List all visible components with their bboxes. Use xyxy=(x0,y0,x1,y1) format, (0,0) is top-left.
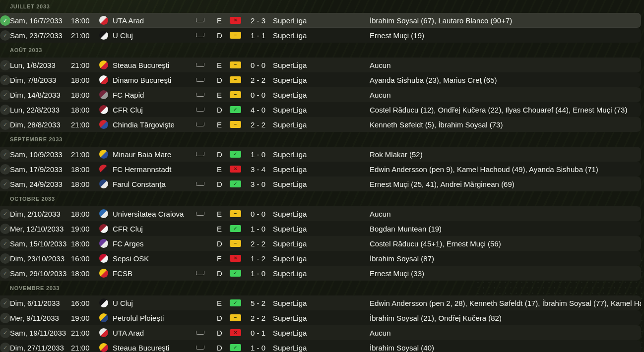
tv-broadcast-icon xyxy=(196,93,204,97)
month-header: NOVEMBRE 2033 xyxy=(0,281,644,295)
match-row[interactable]: ✓Sam, 23/7/203321:00U ClujD−1 - 1SuperLi… xyxy=(0,28,641,43)
played-status: ✓ xyxy=(0,105,10,115)
scorers: İbrahim Soysal (40) xyxy=(370,344,641,352)
competition: SuperLiga xyxy=(273,31,370,40)
scorers: Aucun xyxy=(370,210,641,218)
match-time: 18:00 xyxy=(71,76,99,84)
tv-slot xyxy=(196,331,217,335)
team-name: U Cluj xyxy=(113,299,196,307)
team-badge-slot xyxy=(99,298,113,307)
team-badge-icon xyxy=(99,150,108,159)
result-slot: ✕ xyxy=(230,166,251,173)
match-time: 18:00 xyxy=(71,106,99,114)
match-row[interactable]: ✓Dim, 23/10/203316:00Sepsi OSKE✕1 - 2Sup… xyxy=(0,251,641,266)
match-row[interactable]: ✓Lun, 1/8/203321:00Steaua BucureştiE−0 -… xyxy=(0,58,641,72)
played-status: ✓ xyxy=(0,298,10,308)
match-row[interactable]: ✓Lun, 22/8/203318:00CFR ClujD✓4 - 0Super… xyxy=(0,102,641,117)
match-row[interactable]: ✓Sam, 10/9/203321:00Minaur Baia MareD✓1 … xyxy=(0,147,641,162)
venue-indicator: D xyxy=(217,31,230,40)
result-slot: − xyxy=(230,91,251,98)
result-slot: ✓ xyxy=(230,299,251,306)
result-slot: − xyxy=(230,121,251,128)
played-check-icon: ✓ xyxy=(0,60,10,70)
result-loss-icon: ✕ xyxy=(230,17,241,24)
score: 1 - 0 xyxy=(251,269,273,278)
result-slot: ✕ xyxy=(230,329,251,336)
result-draw-icon: − xyxy=(230,314,241,321)
team-badge-icon xyxy=(99,31,108,40)
venue-indicator: D xyxy=(217,106,230,114)
score: 1 - 0 xyxy=(251,150,273,159)
match-date: Sam, 16/7/2033 xyxy=(10,16,71,25)
played-check-icon: ✓ xyxy=(0,179,10,189)
match-row[interactable]: ✓Mer, 12/10/203319:00CFR ClujE✓1 - 0Supe… xyxy=(0,221,641,236)
competition: SuperLiga xyxy=(273,225,370,233)
venue-indicator: D xyxy=(217,150,230,159)
tv-slot xyxy=(196,122,217,126)
match-row[interactable]: ✓Dim, 28/8/203321:00Chindia TârgovişteE−… xyxy=(0,117,641,132)
played-check-icon: ✓ xyxy=(0,328,10,338)
scorers: Bogdan Muntean (19) xyxy=(370,225,641,233)
scorers: Aucun xyxy=(370,91,641,99)
tv-broadcast-icon xyxy=(196,108,204,112)
match-row[interactable]: ✓Dim, 14/8/203318:00FC RapidE−0 - 0Super… xyxy=(0,87,641,102)
score: 1 - 2 xyxy=(251,254,273,263)
venue-indicator: E xyxy=(217,165,230,174)
competition: SuperLiga xyxy=(273,254,370,263)
match-row[interactable]: ✓Dim, 7/8/203318:00Dinamo BucureştiD−2 -… xyxy=(0,72,641,87)
tv-slot xyxy=(196,93,217,97)
month-header: JUILLET 2033 xyxy=(0,0,644,13)
venue-indicator: E xyxy=(217,299,230,307)
venue-indicator: D xyxy=(217,314,230,322)
competition: SuperLiga xyxy=(273,120,370,129)
match-date: Sam, 23/7/2033 xyxy=(10,31,71,40)
scorers: Costel Răducu (12), Ondřej Kučera (22), … xyxy=(370,106,641,114)
result-slot: ✕ xyxy=(230,255,251,262)
month-header: AOÛT 2033 xyxy=(0,43,644,58)
match-row[interactable]: ✓Sam, 19/11/203321:00UTA AradD✕0 - 1Supe… xyxy=(0,325,641,340)
match-row[interactable]: ✓Sam, 29/10/203318:00FCSBD✓1 - 0SuperLig… xyxy=(0,266,641,281)
match-row[interactable]: ✓Dim, 6/11/203316:00U ClujE✓5 - 2SuperLi… xyxy=(0,295,641,310)
team-name: Petrolul Ploieşti xyxy=(113,314,196,322)
match-time: 18:00 xyxy=(71,210,99,218)
match-row[interactable]: ✓Mer, 9/11/203319:00Petrolul PloieştiD−2… xyxy=(0,310,641,325)
team-name: Minaur Baia Mare xyxy=(113,150,196,159)
match-row[interactable]: ✓Sam, 16/7/203318:00UTA AradE✕2 - 3Super… xyxy=(0,13,641,28)
result-slot: ✓ xyxy=(230,344,251,351)
team-badge-icon xyxy=(99,254,108,263)
match-date: Sam, 29/10/2033 xyxy=(10,269,71,278)
scorers: İbrahim Soysal (21), Ondřej Kučera (82) xyxy=(370,314,641,322)
team-badge-icon xyxy=(99,239,108,248)
team-badge-icon xyxy=(99,179,108,188)
venue-indicator: E xyxy=(217,254,230,263)
played-check-icon: ✓ xyxy=(0,268,10,279)
played-status: ✓ xyxy=(0,164,10,175)
match-row[interactable]: ✓Sam, 24/9/203318:00Farul ConstanţaD✓3 -… xyxy=(0,176,641,191)
result-win-icon: ✓ xyxy=(230,270,241,277)
team-badge-slot xyxy=(99,239,113,248)
played-check-icon: ✓ xyxy=(0,313,10,323)
result-slot: ✓ xyxy=(230,180,251,187)
played-check-icon: ✓ xyxy=(0,298,10,308)
result-loss-icon: ✕ xyxy=(230,255,241,262)
tv-slot xyxy=(196,33,217,37)
competition: SuperLiga xyxy=(273,165,370,174)
match-row[interactable]: ✓Dim, 27/11/203321:00Steaua BucureştiD✓1… xyxy=(0,340,641,352)
scorers: Costel Răducu (45+1), Ernest Muçi (56) xyxy=(370,239,641,248)
team-badge-slot xyxy=(99,16,113,25)
competition: SuperLiga xyxy=(273,180,370,188)
match-row[interactable]: ✓Sam, 17/9/203318:00FC HermannstadtE✕3 -… xyxy=(0,162,641,176)
team-name: UTA Arad xyxy=(113,16,196,25)
match-row[interactable]: ✓Dim, 2/10/203318:00Universitatea Craiov… xyxy=(0,206,641,221)
team-badge-icon xyxy=(99,313,108,322)
venue-indicator: D xyxy=(217,269,230,278)
tv-slot xyxy=(196,78,217,82)
played-status: ✓ xyxy=(0,328,10,338)
score: 1 - 0 xyxy=(251,344,273,352)
match-row[interactable]: ✓Sam, 15/10/203318:00FC ArgesD−2 - 2Supe… xyxy=(0,236,641,251)
match-time: 21:00 xyxy=(71,120,99,129)
score: 2 - 2 xyxy=(251,314,273,322)
venue-indicator: D xyxy=(217,76,230,84)
team-badge-slot xyxy=(99,343,113,352)
team-badge-icon xyxy=(99,209,108,218)
